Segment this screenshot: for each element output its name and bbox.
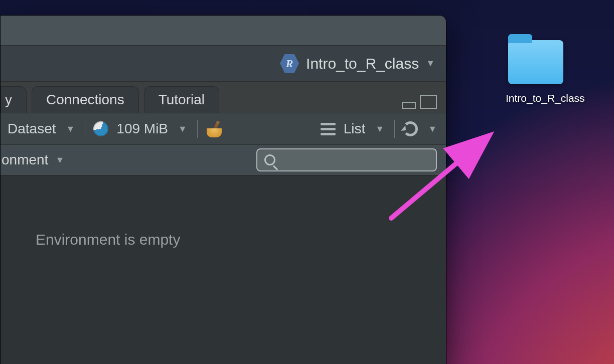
memory-usage[interactable]: 109 MiB: [116, 121, 168, 137]
environment-toolbar: Dataset ▼ 109 MiB ▼ List ▼ ▼: [1, 113, 446, 145]
tab-history-partial[interactable]: y: [1, 86, 27, 113]
search-input[interactable]: [279, 153, 429, 166]
minimize-pane-icon[interactable]: [402, 102, 416, 109]
folder-icon: [508, 40, 563, 84]
refresh-icon[interactable]: [403, 121, 418, 136]
chevron-down-icon[interactable]: ▼: [176, 124, 189, 134]
desktop-folder-label: Intro_to_R_class: [506, 92, 566, 104]
rstudio-window: R Intro_to_R_class ▼ y Connections Tutor…: [0, 15, 446, 364]
tab-tutorial[interactable]: Tutorial: [144, 86, 219, 113]
chevron-down-icon[interactable]: ▼: [373, 124, 386, 134]
broom-clear-icon[interactable]: [206, 120, 223, 137]
r-project-icon: R: [280, 54, 299, 73]
environment-pane: Environment is empty: [1, 176, 446, 364]
pane-tabs: y Connections Tutorial: [1, 82, 446, 113]
search-icon: [264, 154, 275, 165]
desktop-folder-item[interactable]: Intro_to_R_class: [506, 40, 566, 104]
search-box[interactable]: [256, 148, 437, 171]
project-name: Intro_to_R_class: [306, 55, 419, 72]
chevron-down-icon[interactable]: ▼: [53, 155, 66, 165]
separator: [197, 120, 198, 138]
maximize-pane-icon[interactable]: [420, 95, 437, 109]
environment-scope-label: onment: [2, 152, 48, 168]
environment-empty-message: Environment is empty: [36, 231, 180, 248]
chevron-down-icon[interactable]: ▼: [426, 124, 439, 134]
chevron-down-icon[interactable]: ▼: [426, 58, 435, 69]
desktop-background: R Intro_to_R_class ▼ y Connections Tutor…: [0, 0, 614, 364]
project-bar[interactable]: R Intro_to_R_class ▼: [1, 46, 446, 82]
window-top-strip: [1, 16, 446, 46]
environment-filter-row: onment ▼: [1, 145, 446, 176]
separator: [394, 120, 395, 138]
view-mode-select[interactable]: List: [344, 121, 366, 137]
memory-gauge-icon: [93, 121, 108, 136]
tab-connections[interactable]: Connections: [32, 86, 139, 113]
chevron-down-icon[interactable]: ▼: [64, 124, 77, 134]
environment-scope-select[interactable]: onment ▼: [1, 152, 66, 168]
import-dataset-button[interactable]: Dataset: [8, 121, 56, 137]
list-view-icon: [321, 123, 336, 135]
separator: [85, 120, 85, 138]
